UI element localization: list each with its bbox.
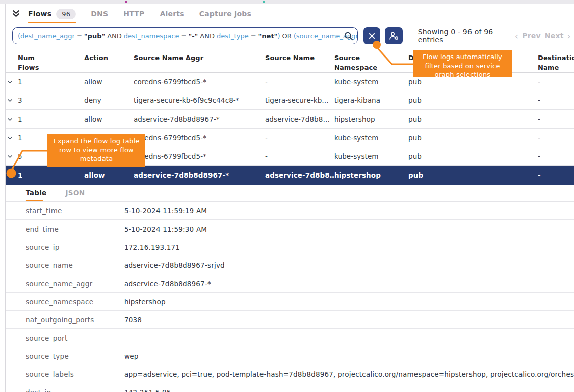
column-header-label: Source Name (265, 53, 315, 63)
clipped-graph-fragment (263, 1, 265, 3)
query-token: "pub" (84, 32, 105, 40)
detail-row: source_nameadservice-7d8b8d8967-srjvd (6, 256, 574, 274)
cell: 1 (18, 171, 84, 179)
row-expand-chevron[interactable] (6, 80, 18, 84)
detail-row: source_namespacehipstershop (6, 293, 574, 311)
clear-filter-button[interactable] (363, 27, 380, 44)
chevron-down-icon (7, 154, 13, 159)
query-token: dest_type (217, 32, 249, 40)
callout-expand-hint: Expand the flow log table row to view mo… (47, 134, 145, 167)
row-expand-chevron[interactable] (6, 117, 18, 122)
query-token: AND (107, 32, 122, 40)
tab-dns[interactable]: DNS (91, 4, 108, 23)
detail-fields: start_time5-10-2024 11:59:19 AMend_time5… (6, 202, 574, 392)
next-button[interactable]: Next (543, 32, 566, 40)
detail-key: source_labels (26, 370, 124, 378)
row-expand-chevron[interactable] (6, 136, 18, 140)
cell: 3 (18, 96, 84, 104)
query-token: dest_namespace (124, 32, 179, 40)
table-row[interactable]: 1allowadservice-7d8b8d8967-*adservice-7d… (6, 110, 574, 129)
detail-key: source_name_aggr (26, 279, 124, 288)
detail-key: source_type (26, 352, 124, 360)
detail-key: start_time (26, 207, 124, 215)
column-header: Source Namespace (334, 48, 408, 72)
cell: tigera-secure-kb… (265, 96, 334, 104)
cell: pub (408, 134, 538, 142)
detail-row: source_name_aggradservice-7d8b8d8967-* (6, 274, 574, 293)
cell: - (538, 171, 574, 179)
detail-value: 172.16.193.171 (124, 243, 574, 251)
detail-row: source_labelsapp=adservice, pci=true, po… (6, 365, 574, 383)
detail-value: 5-10-2024 11:59:30 AM (124, 225, 574, 233)
row-expand-chevron[interactable] (6, 98, 18, 103)
cell: 1 (18, 78, 84, 86)
cell: coredns-6799fbcd5-* (134, 134, 265, 142)
detail-row: end_time5-10-2024 11:59:30 AM (6, 220, 574, 238)
tab-capture-jobs[interactable]: Capture Jobs (199, 4, 251, 23)
top-clipped-strip (0, 0, 574, 4)
cell: pub (408, 115, 538, 123)
cell: tigera-secure-kb-6f9c9c44c8-* (134, 96, 265, 104)
column-header-label: Action (84, 53, 108, 63)
close-icon (369, 33, 375, 39)
tab-flows[interactable]: Flows96 (28, 4, 76, 23)
column-header: Num Flows (18, 48, 84, 72)
cell: tigera-kibana (334, 96, 408, 104)
detail-row: dest_ip142.251.5.95 (6, 383, 574, 392)
detail-row: source_port (6, 329, 574, 347)
user-settings-button[interactable] (385, 27, 403, 44)
prev-chevron-icon[interactable]: ‹ (513, 31, 520, 41)
prev-button[interactable]: Prev (520, 32, 543, 40)
row-expand-chevron[interactable] (6, 154, 18, 159)
column-header: Source Name (265, 48, 334, 72)
detail-value: app=adservice, pci=true, pod-template-ha… (124, 370, 574, 378)
chevron-down-icon (7, 173, 13, 178)
cell: deny (84, 96, 134, 104)
detail-tab-table[interactable]: Table (26, 189, 47, 201)
column-header-label: Source Name Aggr (134, 53, 203, 63)
detail-row: source_typewep (6, 347, 574, 365)
cell: - (538, 115, 574, 123)
query-token: = (251, 32, 256, 40)
flow-table-body: 1allowcoredns-6799fbcd5-*-kube-systempub… (6, 73, 574, 185)
cell: kube-system (334, 152, 408, 160)
tab-alerts[interactable]: Alerts (160, 4, 184, 23)
tab-label: DNS (91, 10, 108, 18)
detail-value: adservice-7d8b8d8967-srjvd (124, 261, 574, 269)
cell: - (538, 78, 574, 86)
tab-count-badge: 96 (56, 9, 76, 19)
table-row[interactable]: 1allowadservice-7d8b8d8967-*adservice-7d… (6, 166, 574, 185)
column-header-label: Destination Name (538, 53, 574, 72)
detail-key: source_port (26, 334, 124, 342)
callout-filter-hint: Flow logs automatically filter based on … (413, 50, 512, 77)
column-header: Action (84, 48, 134, 72)
tab-http[interactable]: HTTP (123, 4, 144, 23)
query-token: AND (200, 32, 215, 40)
detail-row: start_time5-10-2024 11:59:19 AM (6, 202, 574, 220)
detail-key: source_name (26, 261, 124, 269)
cell: pub (408, 152, 538, 160)
search-icon[interactable] (344, 31, 354, 43)
collapse-panel-button[interactable] (12, 4, 20, 23)
detail-value: 7038 (124, 316, 574, 324)
pager: ‹ Prev Next › (513, 31, 572, 41)
clipped-graph-fragment (125, 1, 127, 3)
filter-query-input[interactable]: (dest_name_aggr="pub"ANDdest_namespace="… (12, 27, 358, 44)
table-row[interactable]: 3denytigera-secure-kb-6f9c9c44c8-*tigera… (6, 91, 574, 110)
row-expand-chevron[interactable] (6, 173, 18, 178)
query-token: OR (282, 32, 291, 40)
query-token: ) (277, 32, 280, 40)
flow-logs-panel: Flows96DNSHTTPAlertsCapture Jobs (dest_n… (0, 0, 574, 392)
detail-row: nat_outgoing_ports7038 (6, 311, 574, 329)
cell: - (265, 134, 334, 142)
column-header-label: Source Namespace (334, 53, 381, 72)
user-gear-icon (389, 31, 399, 40)
detail-value: 142.251.5.95 (124, 388, 574, 392)
next-chevron-icon[interactable]: › (566, 31, 572, 41)
pagination-summary: Showing 0 - 96 of 96 entries (418, 28, 513, 44)
detail-tab-json[interactable]: JSON (66, 189, 85, 201)
filter-toolbar: (dest_name_aggr="pub"ANDdest_namespace="… (6, 23, 574, 48)
header-spacer (6, 48, 18, 72)
cell: adservice-7d8b8d8967-* (134, 171, 265, 179)
tab-label: Alerts (160, 10, 184, 18)
